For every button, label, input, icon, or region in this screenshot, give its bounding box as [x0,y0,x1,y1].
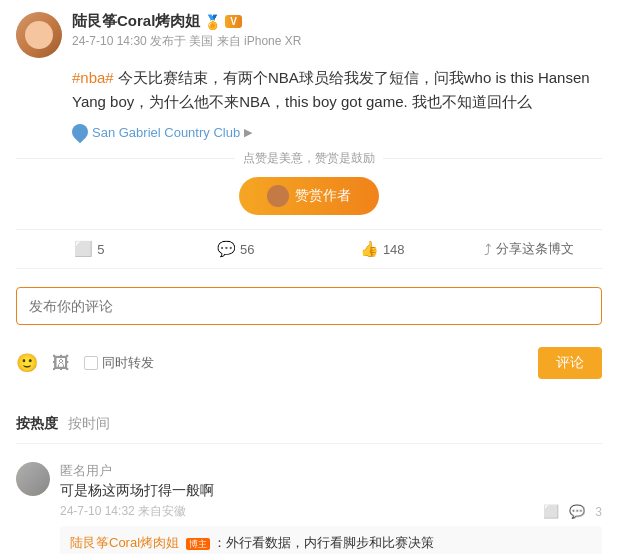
verified-icon: 🏅 [204,14,221,30]
comment-avatar [16,462,50,496]
comment-tools-row: 🙂 🖼 同时转发 评论 [16,339,602,387]
comment-reply-icon[interactable]: 💬 [569,504,585,519]
username[interactable]: 陆艮筝Coral烤肉姐 [72,12,200,31]
comment-tools-left: 🙂 🖼 同时转发 [16,352,154,374]
comment-meta: 24-7-10 14:32 来自安徽 [60,503,186,520]
user-info: 陆艮筝Coral烤肉姐 🏅 V 24-7-10 14:30 发布于 美国 来自 … [72,12,602,50]
reply-item: 陆艮筝Coral烤肉姐 博主 ：外行看数据，内行看脚步和比赛决策 24-7-10… [60,526,602,554]
post-content: #nba# 今天比赛结束，有两个NBA球员给我发了短信，问我who is thi… [72,66,602,114]
comment-item: 匿名用户 可是杨这两场打得一般啊 24-7-10 14:32 来自安徽 ⬜ 💬 … [16,452,602,554]
location-arrow-icon: ▶ [244,126,252,139]
submit-label: 评论 [556,354,584,370]
comment-avatar-img [16,462,50,496]
post-container: 陆艮筝Coral烤肉姐 🏅 V 24-7-10 14:30 发布于 美国 来自 … [0,0,618,405]
comment-icon: 💬 [217,240,236,258]
share-action[interactable]: ⤴ 分享这条博文 [456,240,603,258]
reply-text: ：外行看数据，内行看脚步和比赛决策 [213,535,434,550]
share-icon: ⤴ [484,241,492,258]
hashtag[interactable]: #nba# [72,69,114,86]
divider-text: 点赞是美意，赞赏是鼓励 [243,150,375,167]
tab-hot[interactable]: 按热度 [16,413,68,435]
comment-input-area [16,279,602,333]
divider-line-left [16,158,235,159]
repost-option[interactable]: 同时转发 [84,354,154,372]
like-action[interactable]: 👍 148 [309,240,456,258]
praise-author-button[interactable]: 赞赏作者 [239,177,379,215]
tab-time[interactable]: 按时间 [68,413,120,435]
repost-action[interactable]: ⬜ 5 [16,240,163,258]
comment-body: 匿名用户 可是杨这两场打得一般啊 24-7-10 14:32 来自安徽 ⬜ 💬 … [60,462,602,554]
repost-icon: ⬜ [74,240,93,258]
submit-comment-button[interactable]: 评论 [538,347,602,379]
post-text: 今天比赛结束，有两个NBA球员给我发了短信，问我who is this Hans… [72,69,590,110]
comment-text: 可是杨这两场打得一般啊 [60,482,602,500]
reply-username[interactable]: 陆艮筝Coral烤肉姐 [70,535,179,550]
comment-action[interactable]: 💬 56 [163,240,310,258]
share-label: 分享这条博文 [496,240,574,258]
repost-label: 同时转发 [102,354,154,372]
like-icon: 👍 [360,240,379,258]
praise-btn-row: 赞赏作者 [16,177,602,215]
avatar[interactable] [16,12,62,58]
divider-praise: 点赞是美意，赞赏是鼓励 [16,150,602,167]
comment-input[interactable] [16,287,602,325]
location-row[interactable]: San Gabriel Country Club ▶ [72,124,602,140]
comment-username[interactable]: 匿名用户 [60,462,602,480]
username-row: 陆艮筝Coral烤肉姐 🏅 V [72,12,602,31]
comment-repost-icon[interactable]: ⬜ [543,504,559,519]
image-icon[interactable]: 🖼 [52,353,70,374]
comment-section: 按热度 按时间 匿名用户 可是杨这两场打得一般啊 24-7-10 14:32 来… [0,405,618,554]
sort-tabs: 按热度 按时间 [16,405,602,444]
action-row: ⬜ 5 💬 56 👍 148 ⤴ 分享这条博文 [16,229,602,269]
divider-line-right [383,158,602,159]
like-count: 148 [383,242,405,257]
praise-avatar [267,185,289,207]
repost-checkbox[interactable] [84,356,98,370]
praise-label: 赞赏作者 [295,187,351,205]
post-meta: 24-7-10 14:30 发布于 美国 来自 iPhone XR [72,33,602,50]
comment-actions: ⬜ 💬 3 [543,504,602,519]
comment-likes: 3 [595,505,602,519]
emoji-icon[interactable]: 🙂 [16,352,38,374]
location-text: San Gabriel Country Club [92,125,240,140]
reply-badge: 博主 [186,538,210,550]
vip-badge: V [225,15,242,28]
repost-count: 5 [97,242,104,257]
comment-count: 56 [240,242,254,257]
post-header: 陆艮筝Coral烤肉姐 🏅 V 24-7-10 14:30 发布于 美国 来自 … [16,12,602,58]
location-pin-icon [69,121,92,144]
